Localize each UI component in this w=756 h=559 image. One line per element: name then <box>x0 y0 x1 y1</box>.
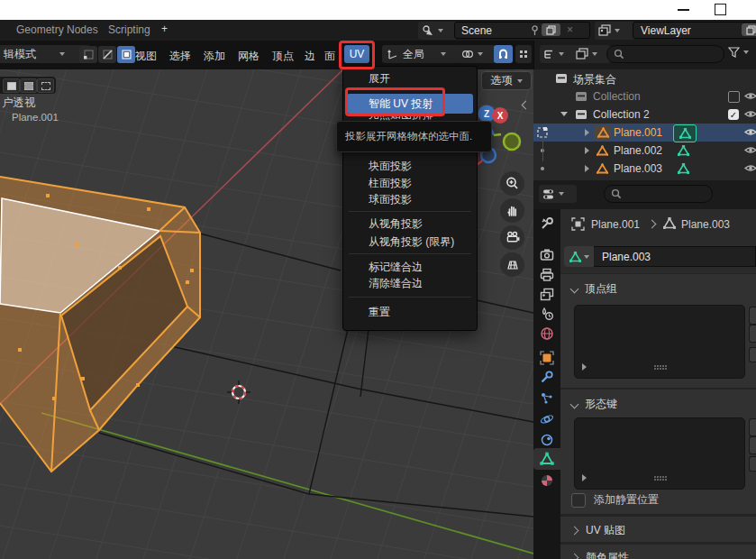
scene-name-field[interactable]: Scene × <box>454 22 590 39</box>
options-button[interactable]: 选项 <box>481 71 532 90</box>
orientation-dropdown[interactable]: 全局 <box>382 45 461 63</box>
menu-select[interactable]: 选择 <box>169 49 191 64</box>
tab-geometry-nodes[interactable]: Geometry Nodes <box>16 23 98 36</box>
outliner-row-plane001[interactable]: Plane.001 <box>533 124 756 142</box>
vertex-groups-header[interactable]: 顶点组 <box>571 281 617 297</box>
mesh-data-browse-button[interactable] <box>564 246 594 267</box>
outliner-row-plane003[interactable]: Plane.003 <box>533 160 756 178</box>
vertex-groups-list[interactable] <box>574 305 745 379</box>
outliner-filter-button[interactable] <box>728 47 749 58</box>
new-viewlayer-button[interactable] <box>742 23 756 36</box>
list-expand-icon[interactable] <box>582 363 587 371</box>
menu-face[interactable]: 面 <box>324 49 335 64</box>
edge-select-button[interactable] <box>98 46 116 63</box>
list-expand-icon[interactable] <box>582 474 587 481</box>
mesh-data-icon[interactable] <box>678 145 689 156</box>
select-subtract-button[interactable] <box>37 78 54 93</box>
new-scene-button[interactable] <box>542 23 560 36</box>
tab-tool[interactable] <box>540 216 554 231</box>
tab-physics[interactable] <box>540 412 554 426</box>
outliner-row-collection[interactable]: Collection <box>533 87 756 105</box>
tab-view-layer[interactable] <box>540 288 554 302</box>
zoom-button[interactable] <box>500 171 524 196</box>
minimize-icon[interactable] <box>678 9 689 11</box>
snap-toggle[interactable] <box>494 45 513 63</box>
exclude-checkbox-checked[interactable]: ✓ <box>728 109 739 120</box>
gizmo-y[interactable] <box>504 133 520 150</box>
outliner-row-scene-collection[interactable]: 场景集合 <box>533 69 756 87</box>
menu-item-reset[interactable]: 重置 <box>347 302 473 322</box>
menu-mesh[interactable]: 网格 <box>238 49 260 64</box>
tab-scene[interactable] <box>540 307 554 321</box>
select-extend-icon <box>24 82 33 90</box>
menu-vertex[interactable]: 顶点 <box>272 49 294 64</box>
breadcrumb-object[interactable]: Plane.001 <box>591 218 640 231</box>
resize-grip-icon[interactable] <box>654 365 668 371</box>
select-new-button[interactable] <box>3 78 20 93</box>
rest-position-checkbox[interactable] <box>571 493 586 508</box>
unlink-scene-button[interactable]: × <box>567 23 573 36</box>
tab-render[interactable] <box>540 248 554 262</box>
tab-object[interactable] <box>540 351 554 365</box>
viewlayer-name-field[interactable]: ViewLayer <box>633 22 756 39</box>
outliner-row-plane002[interactable]: Plane.002 <box>533 142 756 160</box>
remove-shape-key-button[interactable] <box>749 436 756 454</box>
uv-maps-header[interactable]: UV 贴图 <box>571 523 625 538</box>
outliner-search-input[interactable] <box>606 45 724 63</box>
pin-icon[interactable] <box>529 24 541 36</box>
shape-keys-list[interactable] <box>574 417 745 490</box>
outliner-row-collection2[interactable]: Collection 2 ✓ <box>533 105 756 124</box>
menu-item-sphere-projection[interactable]: 球面投影 <box>347 189 473 209</box>
shape-key-specials-button[interactable] <box>749 456 756 472</box>
mesh-name-input[interactable]: Plane.003 <box>594 246 756 267</box>
shape-keys-header[interactable]: 形态键 <box>571 397 617 412</box>
face-select-button[interactable] <box>117 46 135 63</box>
viewlayer-type-dropdown[interactable] <box>595 22 636 40</box>
properties-editor-dropdown[interactable] <box>539 185 577 203</box>
menu-item-project-from-view-bounds[interactable]: 从视角投影 (限界) <box>347 232 473 252</box>
tab-scripting[interactable]: Scripting <box>108 23 150 36</box>
breadcrumb-data[interactable]: Plane.003 <box>681 218 730 231</box>
disclosure-collapsed-icon[interactable] <box>585 129 589 136</box>
camera-view-button[interactable] <box>500 225 524 250</box>
vertex-select-button[interactable] <box>79 46 97 63</box>
mesh-data-icon[interactable] <box>678 163 689 174</box>
disclosure-collapsed-icon[interactable] <box>585 147 589 154</box>
maximize-icon[interactable] <box>715 4 726 15</box>
select-extend-button[interactable] <box>20 78 37 93</box>
mesh-data-chip-active[interactable] <box>673 124 697 142</box>
remove-vertex-group-button[interactable] <box>749 325 756 343</box>
disclosure-collapsed-icon[interactable] <box>585 165 589 172</box>
add-shape-key-button[interactable] <box>749 418 756 436</box>
ortho-toggle-button[interactable] <box>500 252 524 277</box>
menu-edge[interactable]: 边 <box>305 49 315 64</box>
properties-search-input[interactable] <box>604 185 713 203</box>
tab-output[interactable] <box>540 268 554 282</box>
color-attributes-header[interactable]: 颜色属性 <box>571 550 629 559</box>
menu-add[interactable]: 添加 <box>204 49 225 64</box>
pan-button[interactable] <box>500 198 524 223</box>
mode-dropdown[interactable]: 辑模式 <box>0 45 90 63</box>
menu-item-project-from-view[interactable]: 从视角投影 <box>347 214 473 234</box>
tab-constraints[interactable] <box>540 433 554 447</box>
tab-object-data[interactable] <box>540 452 554 466</box>
menu-item-clear-seam[interactable]: 清除缝合边 <box>347 273 473 293</box>
outliner-filter-dropdown[interactable] <box>572 45 610 63</box>
tab-material[interactable] <box>540 473 554 488</box>
tab-modifiers[interactable] <box>540 370 554 384</box>
tab-particles[interactable] <box>540 391 554 406</box>
menu-item-unwrap[interactable]: 展开 <box>347 69 473 88</box>
vertex-groups-panel: 顶点组 <box>560 274 756 388</box>
pivot-dropdown[interactable] <box>458 45 496 63</box>
exclude-checkbox-unchecked[interactable] <box>728 91 740 103</box>
add-vertex-group-button[interactable] <box>749 307 756 325</box>
scene-type-dropdown[interactable] <box>418 22 458 40</box>
add-workspace-button[interactable]: + <box>161 23 168 35</box>
proportional-edit-toggle[interactable] <box>515 45 532 63</box>
tab-world[interactable] <box>540 326 554 341</box>
outliner-display-mode-dropdown[interactable] <box>540 45 576 63</box>
menu-view[interactable]: 视图 <box>135 49 157 64</box>
vertex-group-specials-button[interactable] <box>749 347 756 362</box>
resize-grip-icon[interactable] <box>654 476 668 481</box>
disclosure-expanded-icon[interactable] <box>560 112 568 116</box>
